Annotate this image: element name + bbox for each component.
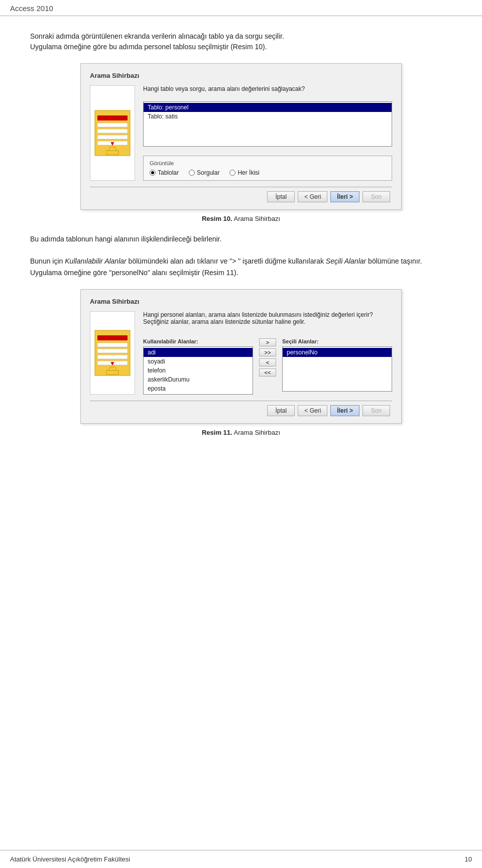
dialog1-buttons: İptal < Geri İleri > Son xyxy=(90,191,392,202)
dialog1-title: Arama Sihirbazı xyxy=(90,72,392,79)
radio-tablolar-dot xyxy=(150,170,156,176)
svg-rect-7 xyxy=(106,151,118,155)
move-right-one-button[interactable]: > xyxy=(259,338,276,346)
selected-fields-section: Seçili Alanlar: personelNo xyxy=(282,338,392,395)
list-item-personel[interactable]: Tablo: personel xyxy=(144,103,392,112)
footer-university: Atatürk Üniversitesi Açıköğretim Fakülte… xyxy=(10,855,130,863)
page-content: Sonraki adımda görüntülenen ekranda veri… xyxy=(0,16,482,487)
available-fields-list[interactable]: adi soyadi telefon askerlikDurumu eposta xyxy=(143,346,253,395)
radio-options1: Tablolar Sorgular Her İkisi xyxy=(150,169,386,176)
radio-group1-label: Görüntüle xyxy=(150,160,386,166)
selected-personelno[interactable]: personelNo xyxy=(283,348,392,357)
radio-herikisi[interactable]: Her İkisi xyxy=(229,169,259,176)
radio-tablolar[interactable]: Tablolar xyxy=(150,169,179,176)
body-text1: Bu adımda tablonun hangi alanının ilişki… xyxy=(30,233,452,244)
radio-group1: Görüntüle Tablolar Sorgular Her İkisi xyxy=(143,156,392,181)
caption2-text: Arama Sihirbazı xyxy=(232,429,280,436)
intro-text2: Uygulama örneğine göre bu adımda persone… xyxy=(30,43,267,51)
svg-rect-13 xyxy=(97,355,128,359)
svg-rect-12 xyxy=(97,349,128,353)
dialog1-body: ▼ Hangi tablo veya sorgu, arama alanı de… xyxy=(90,85,392,181)
radio-tablolar-label: Tablolar xyxy=(158,169,179,176)
caption1-prefix: Resim 10. xyxy=(202,215,232,222)
dialog1-question: Hangi tablo veya sorgu, arama alanı değe… xyxy=(143,85,392,92)
radio-herikisi-dot xyxy=(229,170,235,176)
body-text2-part2: Kullanılabilir Alanlar xyxy=(65,257,126,265)
svg-rect-1 xyxy=(97,115,128,120)
body-text2-part1: Bunun için xyxy=(30,257,65,265)
body-text2: Bunun için Kullanılabilir Alanlar bölümü… xyxy=(30,256,452,278)
dialog2-right: Hangi personel alanları, arama alanı lis… xyxy=(143,311,392,395)
intro-paragraph: Sonraki adımda görüntülenen ekranda veri… xyxy=(30,31,452,52)
dialog2-question: Hangi personel alanları, arama alanı lis… xyxy=(143,311,392,325)
move-left-all-button[interactable]: << xyxy=(259,368,276,377)
dialog2-cancel-button[interactable]: İptal xyxy=(267,405,295,416)
dialog1-finish-button[interactable]: Son xyxy=(363,191,390,202)
svg-rect-3 xyxy=(97,129,128,133)
list-item-satis[interactable]: Tablo: satis xyxy=(144,112,392,121)
available-soyadi[interactable]: soyadi xyxy=(144,357,253,366)
header-title: Access 2010 xyxy=(10,4,53,13)
wizard-icon2: ▼ xyxy=(90,311,135,395)
body-text2-part4: Seçili Alanlar xyxy=(326,257,366,265)
svg-rect-4 xyxy=(97,135,128,139)
page-footer: Atatürk Üniversitesi Açıköğretim Fakülte… xyxy=(0,850,482,868)
dialog2-columns: Kullanılabilir Alanlar: adi soyadi telef… xyxy=(143,338,392,395)
intro-text1: Sonraki adımda görüntülenen ekranda veri… xyxy=(30,32,284,40)
radio-sorgular[interactable]: Sorgular xyxy=(189,169,219,176)
dialog2-back-button[interactable]: < Geri xyxy=(298,405,327,416)
available-eposta[interactable]: eposta xyxy=(144,384,253,393)
svg-text:▼: ▼ xyxy=(109,140,115,147)
footer-page-number: 10 xyxy=(465,855,472,863)
dialog1: Arama Sihirbazı ▼ Hangi tablo veya xyxy=(80,63,402,210)
available-adi[interactable]: adi xyxy=(144,348,253,357)
svg-rect-2 xyxy=(97,123,128,127)
dialog2-title: Arama Sihirbazı xyxy=(90,298,392,305)
move-right-all-button[interactable]: >> xyxy=(259,348,276,356)
body-text2-part3: bölümündeki alan adı tıklanır ve "> " iş… xyxy=(127,257,326,265)
dialog1-cancel-button[interactable]: İptal xyxy=(267,191,295,202)
arrow-buttons: > >> < << xyxy=(258,338,277,395)
radio-sorgular-label: Sorgular xyxy=(197,169,219,176)
radio-sorgular-dot xyxy=(189,170,195,176)
dialog2-buttons: İptal < Geri İleri > Son xyxy=(90,405,392,416)
dialog2-next-button[interactable]: İleri > xyxy=(330,405,359,416)
svg-rect-16 xyxy=(106,370,118,375)
selected-fields-list[interactable]: personelNo xyxy=(282,346,392,392)
dialog2-separator xyxy=(90,401,392,401)
svg-rect-11 xyxy=(97,343,128,347)
svg-rect-10 xyxy=(97,335,128,340)
dialog1-separator xyxy=(90,187,392,187)
selected-fields-label: Seçili Alanlar: xyxy=(282,338,392,344)
svg-text:▼: ▼ xyxy=(109,360,115,367)
caption1: Resim 10. Arama Sihirbazı xyxy=(30,215,452,222)
dialog2-finish-button[interactable]: Son xyxy=(363,405,390,416)
caption1-text: Arama Sihirbazı xyxy=(232,215,280,222)
caption2-prefix: Resim 11. xyxy=(202,429,232,436)
caption2: Resim 11. Arama Sihirbazı xyxy=(30,429,452,436)
available-fields-section: Kullanılabilir Alanlar: adi soyadi telef… xyxy=(143,338,253,395)
dialog1-back-button[interactable]: < Geri xyxy=(298,191,327,202)
dialog1-right: Hangi tablo veya sorgu, arama alanı değe… xyxy=(143,85,392,181)
available-fields-label: Kullanılabilir Alanlar: xyxy=(143,338,253,344)
dialog1-listbox[interactable]: Tablo: personel Tablo: satis xyxy=(143,101,392,147)
dialog1-next-button[interactable]: İleri > xyxy=(330,191,359,202)
wizard-icon1: ▼ xyxy=(90,85,135,181)
available-telefon[interactable]: telefon xyxy=(144,366,253,375)
dialog2: Arama Sihirbazı ▼ Hangi personel al xyxy=(80,289,402,424)
radio-herikisi-label: Her İkisi xyxy=(237,169,259,176)
available-askerlik[interactable]: askerlikDurumu xyxy=(144,375,253,384)
page-header: Access 2010 xyxy=(0,0,482,16)
dialog2-body: ▼ Hangi personel alanları, arama alanı l… xyxy=(90,311,392,395)
move-left-one-button[interactable]: < xyxy=(259,358,276,366)
